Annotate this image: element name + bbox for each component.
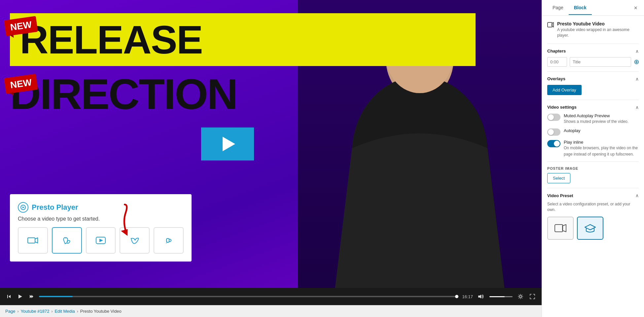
svg-marker-5 — [22, 206, 24, 208]
svg-text:♪: ♪ — [165, 239, 168, 244]
video-preset-toggle[interactable]: ∧ — [635, 193, 639, 198]
autoplay-slider — [547, 128, 560, 136]
preset-card-education[interactable] — [577, 217, 603, 240]
presto-player-header: Presto Player — [18, 202, 184, 213]
progress-bar[interactable] — [39, 296, 458, 297]
poster-image-label: POSTER IMAGE — [547, 166, 639, 170]
play-inline-label: Play inline — [564, 140, 639, 145]
progress-dot — [455, 295, 458, 298]
breadcrumb-bar: Page › Youtube #1872 › Edit Media › Pres… — [0, 305, 542, 317]
breadcrumb-sep-1: › — [17, 309, 18, 314]
youtube-icon — [96, 236, 106, 244]
svg-rect-20 — [548, 22, 552, 27]
breadcrumb-sep-2: › — [51, 309, 53, 314]
svg-marker-21 — [552, 22, 554, 27]
video-type-bunny[interactable] — [52, 227, 82, 254]
breadcrumb-sep-3: › — [77, 309, 78, 314]
breadcrumb-page[interactable]: Page — [5, 309, 15, 314]
chapter-title-input[interactable] — [570, 57, 631, 67]
overlays-label: Overlays — [547, 76, 565, 81]
video-settings-label: Video settings — [547, 105, 577, 110]
sidebar-header: Page Block × — [542, 0, 644, 16]
volume-fill — [489, 296, 505, 297]
autoplay-toggle[interactable] — [547, 128, 560, 136]
muted-autoplay-text: Muted Autoplay Preview Shows a muted pre… — [564, 113, 639, 124]
chapters-section-header: Chapters ∧ — [547, 49, 639, 54]
rewind-start-button[interactable] — [5, 293, 13, 300]
tab-block[interactable]: Block — [569, 1, 592, 15]
play-inline-toggle[interactable] — [547, 140, 560, 147]
breadcrumb-edit-media[interactable]: Edit Media — [54, 309, 75, 314]
video-type-icons: ♪ — [18, 227, 184, 254]
tab-page[interactable]: Page — [547, 1, 569, 15]
svg-marker-15 — [18, 295, 22, 299]
video-controls-bar: 16:17 — [0, 288, 542, 305]
presto-logo-icon — [18, 202, 28, 213]
video-type-audio[interactable]: ♪ — [154, 227, 184, 254]
overlays-section-header: Overlays ∧ — [547, 76, 639, 82]
divider-2 — [547, 71, 639, 72]
add-overlay-button[interactable]: Add Overlay — [547, 85, 582, 95]
svg-point-19 — [519, 296, 521, 298]
muted-autoplay-desc: Shows a muted preview of the video. — [564, 119, 628, 124]
muted-autoplay-label: Muted Autoplay Preview — [564, 113, 639, 118]
audio-icon: ♪ — [164, 236, 174, 244]
preset-card-video[interactable] — [547, 217, 574, 240]
autoplay-label: Autoplay — [564, 128, 639, 133]
preset-cards — [547, 217, 639, 240]
block-header: Presto Youtube Video A youtube video wra… — [547, 21, 639, 38]
breadcrumb-current: Presto Youtube Video — [80, 309, 122, 314]
fullscreen-button[interactable] — [528, 293, 536, 300]
fast-forward-button[interactable] — [28, 293, 35, 300]
video-thumbnail: NEW NEW RELEASE DIRECTION — [0, 0, 542, 288]
autoplay-text: Autoplay — [564, 128, 639, 133]
right-sidebar: Page Block × Presto Youtube Video A yout… — [542, 0, 644, 317]
block-info: Presto Youtube Video A youtube video wra… — [557, 21, 639, 38]
svg-marker-17 — [31, 295, 33, 298]
play-inline-slider — [547, 140, 560, 147]
add-chapter-button[interactable]: ⊕ — [634, 57, 639, 66]
svg-rect-22 — [555, 225, 563, 232]
breadcrumb-youtube[interactable]: Youtube #1872 — [20, 309, 49, 314]
chapter-time-input[interactable] — [547, 57, 567, 67]
muted-autoplay-toggle[interactable] — [547, 114, 560, 121]
presto-player-title: Presto Player — [32, 203, 78, 212]
divider-1 — [547, 44, 639, 44]
video-container[interactable]: NEW NEW RELEASE DIRECTION — [0, 0, 542, 288]
play-pause-button[interactable] — [17, 293, 24, 300]
video-type-camera[interactable] — [18, 227, 48, 254]
volume-button[interactable] — [477, 293, 485, 300]
video-preset-description: Select a video configuration preset, or … — [547, 201, 639, 213]
svg-marker-7 — [35, 238, 38, 243]
play-inline-desc: On mobile browsers, play the video on th… — [564, 146, 638, 157]
video-preset-label: Video Preset — [547, 193, 573, 198]
preset-video-icon — [555, 223, 566, 233]
settings-button[interactable] — [517, 293, 524, 300]
preset-education-icon — [585, 223, 596, 233]
presto-player-subtitle: Choose a video type to get started. — [18, 216, 184, 222]
close-sidebar-button[interactable]: × — [632, 4, 639, 12]
svg-marker-9 — [99, 239, 103, 242]
divider-4 — [547, 161, 639, 162]
direction-text: DIRECTION — [10, 73, 476, 116]
volume-slider[interactable] — [489, 296, 513, 297]
block-icon — [547, 22, 554, 29]
play-inline-text: Play inline On mobile browsers, play the… — [564, 140, 639, 157]
muted-autoplay-slider — [547, 114, 560, 121]
divider-5 — [547, 188, 639, 188]
muted-autoplay-row: Muted Autoplay Preview Shows a muted pre… — [547, 113, 639, 124]
block-title: Presto Youtube Video — [557, 21, 639, 26]
svg-marker-18 — [478, 295, 481, 299]
play-button-overlay[interactable] — [201, 127, 254, 160]
svg-rect-14 — [7, 295, 8, 298]
progress-fill — [39, 296, 73, 297]
camera-icon — [27, 236, 38, 244]
chapters-toggle[interactable]: ∧ — [635, 49, 639, 54]
svg-rect-6 — [28, 238, 35, 243]
play-circle-icon — [20, 205, 26, 210]
overlays-toggle[interactable]: ∧ — [635, 76, 639, 82]
video-settings-toggle[interactable]: ∧ — [635, 105, 639, 110]
autoplay-row: Autoplay — [547, 128, 639, 136]
video-preset-section-header: Video Preset ∧ — [547, 193, 639, 198]
select-poster-button[interactable]: Select — [547, 173, 570, 183]
